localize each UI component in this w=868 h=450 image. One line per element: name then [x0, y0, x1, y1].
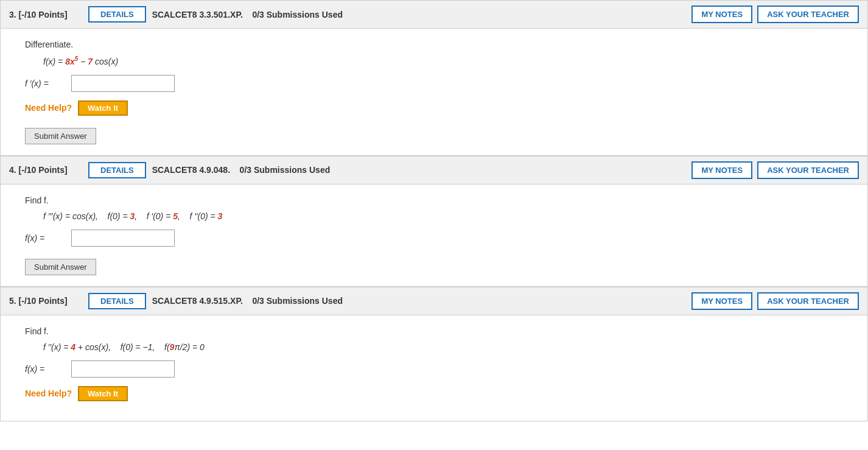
p5-answer-input[interactable] [71, 360, 175, 378]
problem-5: 5. [-/10 Points] DETAILS SCALCET8 4.9.51… [0, 287, 868, 421]
p4-code: SCALCET8 4.9.048. 0/3 Submissions Used [152, 165, 686, 175]
p4-header-right: MY NOTES ASK YOUR TEACHER [691, 161, 859, 179]
p3-input-row: f ′(x) = [25, 75, 843, 92]
p3-points: [-/10 Points] [19, 10, 68, 19]
p5-code: SCALCET8 4.9.515.XP. 0/3 Submissions Use… [152, 296, 686, 306]
p4-answer-input[interactable] [71, 230, 175, 247]
problem-3-number: 3. [-/10 Points] [9, 10, 82, 19]
p3-need-help: Need Help? Watch It [25, 100, 843, 116]
p5-need-help: Need Help? Watch It [25, 386, 843, 401]
problem-3-header: 3. [-/10 Points] DETAILS SCALCET8 3.3.50… [1, 1, 867, 29]
p4-ask-teacher-button[interactable]: ASK YOUR TEACHER [757, 161, 859, 179]
p5-my-notes-button[interactable]: MY NOTES [691, 292, 752, 310]
p5-points: [-/10 Points] [19, 296, 68, 306]
p5-details-button[interactable]: DETAILS [88, 293, 146, 309]
p3-math: f(x) = 8x5 − 7 cos(x) [43, 55, 843, 66]
p3-need-help-label: Need Help? [25, 103, 72, 113]
problem-5-header: 5. [-/10 Points] DETAILS SCALCET8 4.9.51… [1, 287, 867, 315]
problem-4: 4. [-/10 Points] DETAILS SCALCET8 4.9.04… [0, 156, 868, 287]
p5-watch-it-button[interactable]: Watch It [78, 386, 128, 401]
p5-input-label: f(x) = [25, 364, 68, 374]
p4-body: Find f. f ′′′(x) = cos(x), f(0) = 3, f ′… [1, 185, 867, 286]
p4-input-row: f(x) = [25, 230, 843, 247]
p4-instruction: Find f. [25, 195, 843, 205]
p4-details-button[interactable]: DETAILS [88, 162, 146, 178]
p5-body: Find f. f ′′(x) = 4 + cos(x), f(0) = −1,… [1, 315, 867, 421]
p5-instruction: Find f. [25, 326, 843, 336]
p3-watch-it-button[interactable]: Watch It [78, 100, 128, 116]
p5-math: f ′′(x) = 4 + cos(x), f(0) = −1, f(9π/2)… [43, 342, 843, 352]
p5-need-help-label: Need Help? [25, 388, 72, 398]
p4-input-label: f(x) = [25, 233, 68, 243]
p5-ask-teacher-button[interactable]: ASK YOUR TEACHER [757, 292, 859, 310]
p3-exp: 5 [75, 55, 79, 62]
p4-num: 4. [9, 165, 16, 175]
p3-body: Differentiate. f(x) = 8x5 − 7 cos(x) f ′… [1, 29, 867, 155]
p3-ask-teacher-button[interactable]: ASK YOUR TEACHER [757, 5, 859, 23]
p3-header-right: MY NOTES ASK YOUR TEACHER [691, 5, 859, 23]
p4-my-notes-button[interactable]: MY NOTES [691, 161, 752, 179]
problem-5-number: 5. [-/10 Points] [9, 296, 82, 306]
p3-code: SCALCET8 3.3.501.XP. 0/3 Submissions Use… [152, 10, 686, 19]
p5-input-row: f(x) = [25, 360, 843, 378]
p3-answer-input[interactable] [71, 75, 175, 92]
p5-header-right: MY NOTES ASK YOUR TEACHER [691, 292, 859, 310]
p3-instruction: Differentiate. [25, 40, 843, 49]
p4-math: f ′′′(x) = cos(x), f(0) = 3, f ′(0) = 5,… [43, 211, 843, 221]
p3-input-label: f ′(x) = [25, 79, 68, 88]
p4-points: [-/10 Points] [19, 165, 68, 175]
problem-4-number: 4. [-/10 Points] [9, 165, 82, 175]
p3-submit-button[interactable]: Submit Answer [25, 128, 96, 144]
problem-4-header: 4. [-/10 Points] DETAILS SCALCET8 4.9.04… [1, 156, 867, 185]
p5-num: 5. [9, 296, 16, 306]
p3-my-notes-button[interactable]: MY NOTES [691, 5, 752, 23]
p3-details-button[interactable]: DETAILS [88, 6, 146, 23]
p4-submit-button[interactable]: Submit Answer [25, 259, 96, 275]
p3-num: 3. [9, 10, 16, 19]
problem-3: 3. [-/10 Points] DETAILS SCALCET8 3.3.50… [0, 0, 868, 156]
